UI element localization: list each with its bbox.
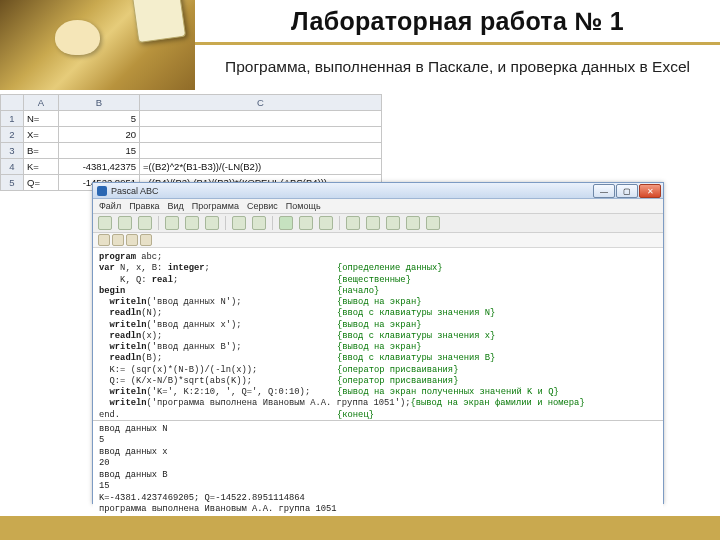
page-title: Лабораторная работа № 1 xyxy=(195,0,720,45)
table-row: 2X=20 xyxy=(1,127,382,143)
ide-title: Pascal ABC xyxy=(111,186,159,196)
toolbar-icon[interactable] xyxy=(346,216,360,230)
slide-decoration xyxy=(0,0,195,90)
maximize-button[interactable]: ▢ xyxy=(616,184,638,198)
code-editor[interactable]: program abc;var N, x, B: integer;{опреде… xyxy=(93,248,663,421)
pascal-ide-window: Pascal ABC — ▢ ✕ Файл Правка Вид Програм… xyxy=(92,182,664,504)
menu-help[interactable]: Помощь xyxy=(286,201,321,211)
toolbar-icon[interactable] xyxy=(426,216,440,230)
menu-edit[interactable]: Правка xyxy=(129,201,159,211)
col-header-a: A xyxy=(24,95,59,111)
page-subtitle: Программа, выполненная в Паскале, и пров… xyxy=(195,45,720,89)
ide-menubar: Файл Правка Вид Программа Сервис Помощь xyxy=(93,199,663,214)
col-header-b: B xyxy=(59,95,140,111)
step-icon[interactable] xyxy=(319,216,333,230)
ide-titlebar: Pascal ABC — ▢ ✕ xyxy=(93,183,663,199)
toolbar-icon[interactable] xyxy=(98,234,110,246)
table-row: 3B=15 xyxy=(1,143,382,159)
redo-icon[interactable] xyxy=(252,216,266,230)
new-icon[interactable] xyxy=(98,216,112,230)
col-header-c: C xyxy=(140,95,382,111)
keycap-graphic xyxy=(132,0,186,43)
table-row: 4K=-4381,42375=((B2)^2*(B1-B3))/(-LN(B2)… xyxy=(1,159,382,175)
menu-view[interactable]: Вид xyxy=(168,201,184,211)
undo-icon[interactable] xyxy=(232,216,246,230)
col-corner xyxy=(1,95,24,111)
output-pane: ввод данных N5ввод данных x20ввод данных… xyxy=(93,421,663,518)
copy-icon[interactable] xyxy=(185,216,199,230)
save-icon[interactable] xyxy=(138,216,152,230)
table-row: 1N=5 xyxy=(1,111,382,127)
toolbar-icon[interactable] xyxy=(386,216,400,230)
stop-icon[interactable] xyxy=(299,216,313,230)
minimize-button[interactable]: — xyxy=(593,184,615,198)
excel-grid: A B C 1N=5 2X=20 3B=15 4K=-4381,42375=((… xyxy=(0,94,382,191)
toolbar-icon[interactable] xyxy=(140,234,152,246)
slide-footer-bar xyxy=(0,516,720,540)
app-icon xyxy=(97,186,107,196)
toolbar-icon[interactable] xyxy=(406,216,420,230)
toolbar-icon[interactable] xyxy=(112,234,124,246)
close-button[interactable]: ✕ xyxy=(639,184,661,198)
run-icon[interactable] xyxy=(279,216,293,230)
ide-toolbar xyxy=(93,214,663,233)
open-icon[interactable] xyxy=(118,216,132,230)
menu-program[interactable]: Программа xyxy=(192,201,239,211)
paste-icon[interactable] xyxy=(205,216,219,230)
menu-service[interactable]: Сервис xyxy=(247,201,278,211)
toolbar-icon[interactable] xyxy=(126,234,138,246)
menu-file[interactable]: Файл xyxy=(99,201,121,211)
toolbar-icon[interactable] xyxy=(366,216,380,230)
excel-header-row: A B C xyxy=(1,95,382,111)
cut-icon[interactable] xyxy=(165,216,179,230)
ide-toolbar2 xyxy=(93,233,663,248)
